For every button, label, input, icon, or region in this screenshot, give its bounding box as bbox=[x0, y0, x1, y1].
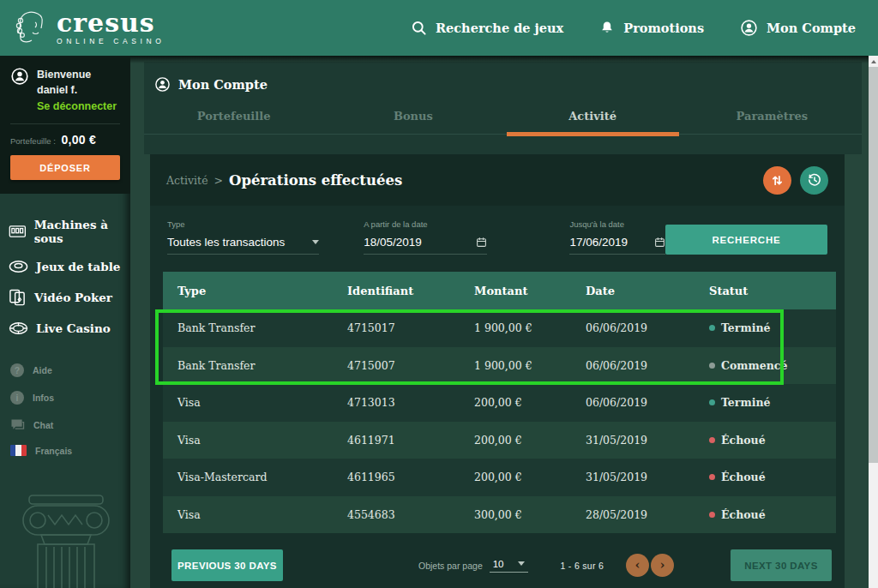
cell-montant: 200,00 € bbox=[474, 471, 586, 483]
info-icon: i bbox=[10, 391, 24, 405]
cell-montant: 1 900,00 € bbox=[474, 359, 586, 372]
cell-montant: 200,00 € bbox=[474, 434, 586, 447]
logo-subtitle: ONLINE CASINO bbox=[57, 37, 165, 45]
greek-column-illustration bbox=[12, 494, 120, 588]
deposit-button[interactable]: DÉPOSER bbox=[10, 155, 120, 180]
column-header-montant: Montant bbox=[474, 285, 586, 297]
table-body: Bank Transfer 4715017 1 900,00 € 06/06/2… bbox=[163, 309, 836, 533]
account-title-row: Mon Compte bbox=[144, 76, 862, 93]
sidebar-item-label: Chat bbox=[33, 420, 53, 430]
cell-identifiant: 4554683 bbox=[347, 508, 474, 521]
transactions-table: Type Identifiant Montant Date Statut Ban… bbox=[163, 272, 836, 533]
table-row[interactable]: Bank Transfer 4715017 1 900,00 € 06/06/2… bbox=[163, 309, 836, 347]
breadcrumb-separator: > bbox=[214, 174, 223, 187]
type-filter-value: Toutes les transactions bbox=[167, 236, 285, 249]
date-to-field[interactable]: Jusqu'à la date 17/06/2019 bbox=[569, 219, 665, 255]
next-30-days-button[interactable]: NEXT 30 DAYS bbox=[731, 549, 832, 581]
next-page-button[interactable]: › bbox=[651, 554, 674, 577]
sidebar-menu: Machines à sous Jeux de table Vidéo Poke… bbox=[0, 194, 130, 343]
breadcrumb-row: Activité > Opérations effectuées bbox=[150, 154, 845, 206]
per-page-select[interactable]: 10 bbox=[490, 559, 528, 573]
logout-link[interactable]: Se déconnecter bbox=[37, 100, 117, 112]
nav-my-account-label: Mon Compte bbox=[767, 21, 856, 35]
sidebar-item-jeux-de-table[interactable]: Jeux de table bbox=[9, 252, 130, 281]
bell-icon bbox=[599, 20, 615, 36]
tab-bonus[interactable]: Bonus bbox=[323, 110, 502, 134]
tab-portefeuille[interactable]: Portefeuille bbox=[144, 110, 323, 134]
history-button[interactable] bbox=[800, 166, 828, 195]
nav-promotions[interactable]: Promotions bbox=[599, 20, 704, 36]
calendar-icon[interactable] bbox=[476, 237, 487, 248]
per-page-label: Objets par page bbox=[418, 561, 483, 571]
transactions-sort-button[interactable] bbox=[763, 166, 791, 195]
cresus-bust-icon bbox=[12, 9, 48, 48]
calendar-icon[interactable] bbox=[654, 237, 665, 248]
nav-my-account[interactable]: Mon Compte bbox=[740, 19, 856, 37]
previous-30-days-button[interactable]: PREVIOUS 30 DAYS bbox=[171, 549, 283, 581]
cell-statut: Terminé bbox=[709, 321, 836, 334]
cell-montant: 1 900,00 € bbox=[474, 321, 586, 334]
cell-type: Visa bbox=[163, 508, 347, 521]
per-page-control: Objets par page 10 bbox=[418, 559, 528, 573]
breadcrumb-parent[interactable]: Activité bbox=[166, 174, 208, 187]
welcome-text: Bienvenue bbox=[37, 67, 117, 82]
type-filter[interactable]: Type Toutes les transactions bbox=[167, 219, 319, 255]
scrollbar[interactable] bbox=[869, 56, 878, 588]
status-dot-icon bbox=[709, 474, 715, 480]
scrollbar-up-arrow[interactable] bbox=[869, 56, 878, 67]
previous-page-button[interactable]: ‹ bbox=[626, 554, 649, 577]
type-filter-label: Type bbox=[167, 219, 319, 229]
search-button[interactable]: RECHERCHE bbox=[665, 225, 827, 255]
page-nav: ‹ › bbox=[626, 554, 674, 577]
cell-statut: Échoué bbox=[709, 508, 836, 521]
user-icon bbox=[740, 19, 758, 37]
status-dot-icon bbox=[709, 512, 715, 518]
nav-search-label: Recherche de jeux bbox=[436, 21, 563, 35]
sidebar-item-label: Aide bbox=[33, 365, 52, 375]
tab-parametres[interactable]: Paramètres bbox=[683, 110, 862, 134]
status-dot-icon bbox=[709, 399, 715, 405]
date-from-label: A partir de la date bbox=[364, 219, 487, 229]
date-from-field[interactable]: A partir de la date 18/05/2019 bbox=[364, 219, 487, 255]
account-title: Mon Compte bbox=[178, 77, 268, 92]
column-header-identifiant: Identifiant bbox=[347, 285, 474, 297]
sidebar-item-langue[interactable]: Français bbox=[10, 438, 130, 463]
tab-activite[interactable]: Activité bbox=[503, 110, 683, 134]
table-row[interactable]: Visa 4611971 200,00 € 31/05/2019 Échoué bbox=[163, 422, 836, 459]
cell-type: Bank Transfer bbox=[163, 359, 347, 372]
cell-date: 06/06/2019 bbox=[586, 321, 709, 334]
column-header-statut: Statut bbox=[709, 285, 836, 297]
nav-search-games[interactable]: Recherche de jeux bbox=[411, 20, 563, 36]
cell-statut: Échoué bbox=[709, 434, 836, 447]
sidebar-item-video-poker[interactable]: Vidéo Poker bbox=[9, 281, 130, 314]
history-clock-icon bbox=[808, 173, 821, 187]
roulette-icon bbox=[9, 321, 28, 336]
column-header-type: Type bbox=[163, 285, 347, 297]
sidebar-item-infos[interactable]: i Infos bbox=[10, 384, 130, 411]
filter-bar: Type Toutes les transactions A partir de… bbox=[150, 206, 845, 272]
table-row[interactable]: Visa 4554683 300,00 € 28/05/2019 Échoué bbox=[163, 496, 836, 534]
scrollbar-thumb[interactable] bbox=[869, 67, 878, 463]
sidebar-item-machines-a-sous[interactable]: Machines à sous bbox=[9, 211, 130, 252]
results-range: 1 - 6 sur 6 bbox=[561, 561, 604, 571]
sidebar-item-aide[interactable]: ? Aide bbox=[10, 357, 130, 384]
table-row[interactable]: Visa-Mastercard 4611965 200,00 € 31/05/2… bbox=[163, 459, 836, 496]
sidebar-item-chat[interactable]: Chat bbox=[10, 411, 130, 438]
date-to-label: Jusqu'à la date bbox=[569, 219, 665, 229]
user-icon bbox=[154, 76, 171, 93]
status-dot-icon bbox=[709, 437, 715, 443]
table-row[interactable]: Bank Transfer 4715007 1 900,00 € 06/06/2… bbox=[163, 347, 836, 385]
status-dot-icon bbox=[709, 363, 715, 369]
table-row[interactable]: Visa 4713013 200,00 € 06/06/2019 Terminé bbox=[163, 384, 836, 422]
logo[interactable]: cresus ONLINE CASINO bbox=[12, 9, 165, 48]
activity-panel: Activité > Opérations effectuées Type T bbox=[150, 154, 845, 588]
pagination-bar: PREVIOUS 30 DAYS Objets par page 10 1 - … bbox=[150, 549, 845, 581]
video-poker-icon bbox=[9, 288, 27, 307]
sidebar-item-label: Machines à sous bbox=[34, 218, 130, 245]
cell-montant: 200,00 € bbox=[474, 396, 586, 409]
sidebar-item-label: Jeux de table bbox=[36, 260, 120, 273]
sidebar-item-live-casino[interactable]: Live Casino bbox=[9, 314, 130, 343]
help-icon: ? bbox=[10, 363, 24, 377]
french-flag-icon bbox=[10, 445, 27, 456]
sidebar-item-label: Infos bbox=[33, 393, 54, 403]
